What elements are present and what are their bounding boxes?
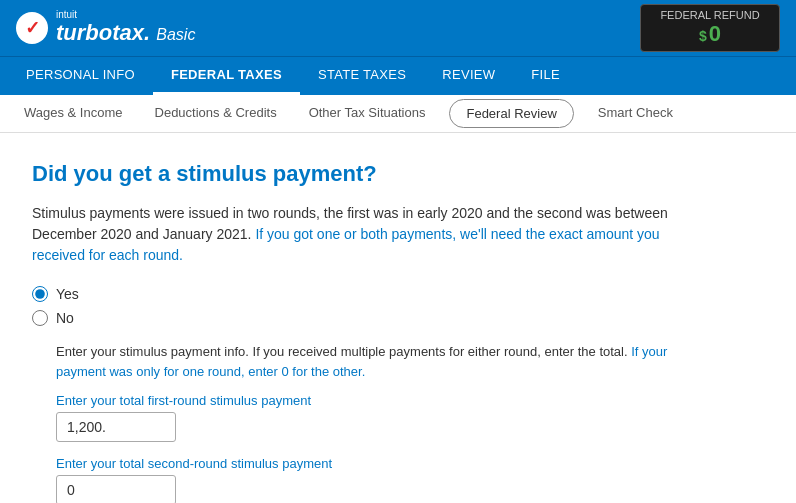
first-round-input[interactable] [56, 412, 176, 442]
main-content: Did you get a stimulus payment? Stimulus… [0, 133, 796, 503]
refund-label: Federal Refund [657, 9, 763, 21]
nav-personal-info[interactable]: PERSONAL INFO [8, 57, 153, 95]
radio-no-input[interactable] [32, 310, 48, 326]
logo-text-group: intuit turbotax. Basic [56, 10, 195, 46]
nav-state-taxes[interactable]: STATE TAXES [300, 57, 424, 95]
subnav-wages-income[interactable]: Wages & Income [8, 95, 139, 132]
radio-no-option[interactable]: No [32, 310, 764, 326]
edition-label: Basic [156, 26, 195, 43]
second-round-input[interactable] [56, 475, 176, 503]
refund-value: 0 [709, 21, 721, 46]
page-title: Did you get a stimulus payment? [32, 161, 764, 187]
intuit-label: intuit [56, 10, 195, 20]
stimulus-info-text: Enter your stimulus payment info. If you… [56, 342, 696, 381]
turbotax-label: turbotax. Basic [56, 20, 195, 45]
nav-file[interactable]: FILE [513, 57, 578, 95]
radio-yes-option[interactable]: Yes [32, 286, 764, 302]
refund-amount: $0 [657, 21, 763, 47]
logo-area: ✓ intuit turbotax. Basic [16, 10, 195, 46]
subnav-other-tax-situations[interactable]: Other Tax Situations [293, 95, 442, 132]
radio-yes-label: Yes [56, 286, 79, 302]
top-navigation: PERSONAL INFO FEDERAL TAXES STATE TAXES … [0, 56, 796, 95]
refund-box: Federal Refund $0 [640, 4, 780, 52]
nav-review[interactable]: REVIEW [424, 57, 513, 95]
yes-no-radio-group: Yes No [32, 286, 764, 326]
subnav-smart-check[interactable]: Smart Check [582, 95, 689, 132]
checkmark-icon: ✓ [25, 17, 40, 39]
page-description: Stimulus payments were issued in two rou… [32, 203, 712, 266]
radio-yes-input[interactable] [32, 286, 48, 302]
app-header: ✓ intuit turbotax. Basic Federal Refund … [0, 0, 796, 56]
turbotax-logo-icon: ✓ [16, 12, 48, 44]
sub-navigation: Wages & Income Deductions & Credits Othe… [0, 95, 796, 133]
stimulus-info-p1: Enter your stimulus payment info. If you… [56, 344, 628, 359]
subnav-deductions-credits[interactable]: Deductions & Credits [139, 95, 293, 132]
stimulus-details-section: Enter your stimulus payment info. If you… [56, 342, 764, 503]
nav-federal-taxes[interactable]: FEDERAL TAXES [153, 57, 300, 95]
second-round-label: Enter your total second-round stimulus p… [56, 456, 764, 471]
first-round-label: Enter your total first-round stimulus pa… [56, 393, 764, 408]
radio-no-label: No [56, 310, 74, 326]
dollar-sign: $ [699, 28, 707, 44]
subnav-federal-review[interactable]: Federal Review [449, 99, 573, 128]
